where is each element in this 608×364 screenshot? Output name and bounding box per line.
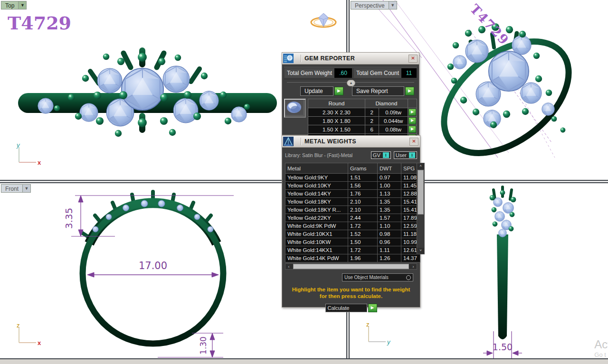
dimension-label-diameter: 17.00 [139, 260, 167, 271]
horizontal-scrollbar[interactable]: ‹ › [285, 263, 417, 270]
ring-logo-icon [310, 11, 337, 28]
metal-row[interactable]: White Gold:10KW1.50 0.9610.99 [285, 238, 420, 246]
viewport-tab-label: Front [1, 184, 22, 193]
gem-reporter-panel: GEM REPORTER ✕ Total Gem Weight .60 Tota… [282, 52, 419, 135]
metal-weights-title: METAL WEIGHTS [302, 138, 356, 145]
save-report-button[interactable]: Save Report [352, 86, 404, 96]
scroll-right-icon[interactable]: › [410, 264, 417, 269]
axis-gizmo-top: y x [12, 141, 42, 169]
scroll-left-icon[interactable]: ‹ [285, 264, 292, 269]
model-id-label: T4729 [8, 12, 71, 34]
total-gem-weight-value: .60 [334, 68, 352, 78]
user-button[interactable]: User I [394, 151, 417, 159]
gem-thumbnail[interactable] [284, 99, 306, 118]
metal-weights-panel: METAL WEIGHTS ✕ Library: Satin Blur - (F… [282, 135, 420, 308]
metal-weights-icon [283, 136, 294, 147]
chevron-down-icon[interactable]: ▼ [389, 1, 397, 9]
metal-row[interactable]: White Gold:9K PdW1.72 1.1012.59 [285, 222, 420, 230]
metal-row[interactable]: Yellow Gold:10KY1.56 1.0011.45 [285, 182, 420, 190]
instruction-text: Highlight the item you want to find the … [282, 286, 420, 299]
metal-row[interactable]: Yellow Gold:18KY R...2.10 1.3515.41 [285, 206, 420, 214]
metal-row[interactable]: Yellow Gold:18KY2.10 1.3515.41 [285, 198, 420, 206]
col-grams: Grams [348, 163, 378, 174]
close-icon[interactable]: ✕ [408, 55, 418, 63]
viewport-tab-perspective[interactable]: Perspective ▼ [351, 1, 397, 9]
scroll-down-icon[interactable]: ˅ [417, 248, 424, 254]
use-object-materials-button[interactable]: Use Object Materials [342, 273, 413, 281]
update-go-button[interactable]: ▶ [334, 87, 343, 95]
gem-table-header: Round Diamond [308, 99, 417, 108]
axis-label-x: x [38, 339, 41, 346]
dimension-label-band-width: 1.50 [493, 342, 513, 352]
panel-divider: ▲ [287, 80, 414, 85]
collapse-handle[interactable]: ▲ [347, 80, 355, 86]
metal-row[interactable]: Yellow Gold:9KY1.51 0.9711.08 [285, 174, 420, 182]
gem-reporter-titlebar[interactable]: GEM REPORTER ✕ [282, 53, 419, 65]
axis-label-z: z [17, 322, 20, 329]
gv-toggle-indicator[interactable]: I [383, 152, 389, 158]
update-button[interactable]: Update [300, 86, 333, 96]
user-toggle-indicator[interactable]: I [409, 152, 415, 158]
total-gem-count-label: Total Gem Count [354, 68, 401, 78]
gem-row[interactable]: 1.80 X 1.80 2 0.044tw ▶ [308, 117, 417, 125]
save-report-go-button[interactable]: ▶ [405, 87, 414, 95]
matrix-cad-window: Top ▼ T4729 y x [0, 0, 608, 364]
metal-table: Metal Grams DWT SPG Yellow Gold:9KY1.51 … [285, 163, 420, 262]
gem-row-go-button[interactable]: ▶ [408, 117, 416, 124]
chevron-down-icon[interactable]: ▼ [22, 184, 31, 193]
viewport-tab-front[interactable]: Front ▼ [1, 184, 31, 193]
gem-image [285, 100, 303, 115]
chevron-down-icon[interactable]: ▼ [18, 1, 27, 9]
total-gem-weight-label: Total Gem Weight [285, 68, 334, 78]
gem-row-go-button[interactable]: ▶ [408, 109, 416, 116]
col-round: Round [308, 99, 365, 108]
gem-reporter-title: GEM REPORTER [302, 55, 355, 62]
library-label: Library: Satin Blur - (Fast)-Metal [285, 153, 368, 158]
gem-row[interactable]: 2.30 X 2.30 2 0.09tw ▶ [308, 108, 417, 117]
total-gem-count-value: 11 [401, 68, 417, 78]
vertical-scrollbar[interactable]: ˄ ˅ [417, 163, 425, 254]
axis-label-y: y [387, 338, 391, 345]
metal-weights-titlebar[interactable]: METAL WEIGHTS ✕ [282, 136, 420, 148]
gv-button[interactable]: GV I [371, 151, 391, 159]
axis-gizmo-front: z x [12, 322, 42, 349]
scrollbar-thumb[interactable] [418, 170, 424, 215]
gem-totals-row: Total Gem Weight .60 Total Gem Count 11 [284, 67, 417, 79]
axis-label-y: y [16, 141, 20, 149]
axis-label-z: z [366, 321, 370, 328]
axis-gizmo-right: z y [362, 321, 391, 348]
metal-row[interactable]: White Gold:14K PdW1.96 1.2614.37 [285, 254, 420, 262]
scrollbar-thumb[interactable] [293, 264, 409, 269]
dimension-label-height: 3.35 [63, 208, 75, 229]
gem-row[interactable]: 1.50 X 1.50 6 0.08tw ▶ [308, 125, 417, 134]
status-bar [0, 358, 608, 364]
scroll-up-icon[interactable]: ˄ [417, 163, 424, 169]
calculate-go-button[interactable]: ▶ [368, 304, 377, 312]
col-metal: Metal [285, 163, 348, 174]
metal-row[interactable]: White Gold:14KX11.72 1.1112.61 [285, 246, 420, 254]
radio-indicator-icon [406, 275, 411, 280]
col-diamond: Diamond [365, 99, 408, 108]
metal-row[interactable]: Yellow Gold:14KY1.76 1.1312.88 [285, 190, 420, 198]
gem-row-go-button[interactable]: ▶ [408, 126, 416, 133]
viewport-tab-label: Perspective [351, 1, 389, 9]
windows-activation-watermark: Act Go t [594, 338, 608, 358]
dimension-label-thickness: 1.30 [199, 336, 208, 355]
col-dwt: DWT [378, 163, 401, 174]
gem-reporter-icon [283, 53, 294, 64]
axis-label-x: x [38, 159, 41, 166]
metal-row[interactable]: White Gold:10KX11.52 0.9811.18 [285, 230, 420, 238]
viewport-tab-label: Top [1, 1, 18, 9]
close-icon[interactable]: ✕ [409, 138, 418, 146]
viewport-tab-top[interactable]: Top ▼ [1, 1, 27, 9]
metal-row[interactable]: Yellow Gold:22KY2.44 1.5717.89 [285, 214, 420, 222]
calculate-button[interactable]: Calculate [325, 304, 367, 312]
metal-table-header: Metal Grams DWT SPG [285, 163, 420, 174]
